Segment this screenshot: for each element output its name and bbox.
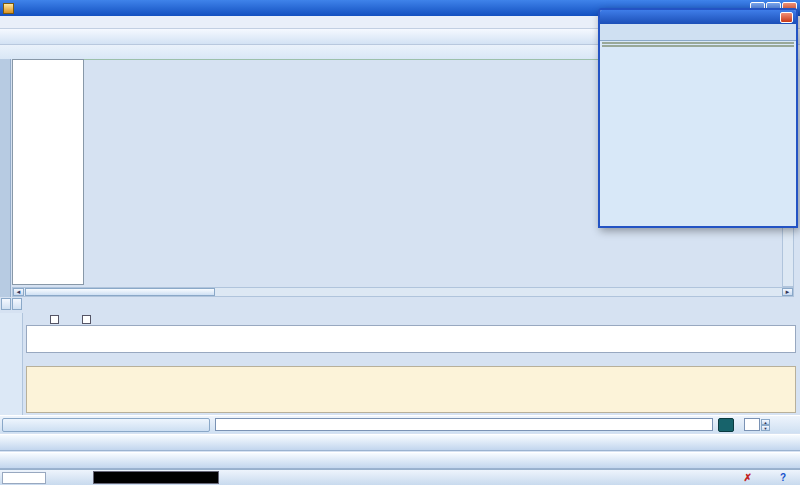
note-checkbox[interactable]	[50, 315, 62, 324]
values-mode-radios	[600, 47, 796, 55]
precision-stepper[interactable]	[744, 418, 760, 431]
current-record-panel	[598, 8, 798, 228]
precision-down-icon[interactable]: ▼	[761, 425, 770, 431]
app-icon	[3, 3, 14, 14]
formula-button[interactable]	[2, 418, 210, 432]
sections-list	[12, 59, 84, 285]
formula-row: ▲▼	[0, 415, 800, 433]
help-button[interactable]: ?	[780, 472, 790, 483]
total-display	[93, 471, 219, 484]
name-field-row	[28, 314, 94, 325]
scroll-left-icon[interactable]: ◄	[13, 288, 24, 296]
current-record-title-bar[interactable]	[600, 10, 796, 24]
works-checkbox-box[interactable]	[82, 315, 91, 324]
hotkey-bar-1	[0, 434, 800, 451]
current-record-tabs	[600, 24, 796, 41]
horizontal-scrollbar-thumb[interactable]	[25, 288, 215, 296]
panel-close-icon[interactable]	[780, 12, 793, 23]
bottom-tab-scroll-icons[interactable]	[794, 300, 798, 302]
works-textarea[interactable]	[26, 366, 796, 413]
horizontal-scrollbar[interactable]: ◄ ►	[12, 287, 794, 297]
name-textarea[interactable]	[26, 325, 796, 353]
time-indicator	[2, 472, 46, 484]
close-x-icon: ✗	[744, 472, 752, 483]
bottom-panel-close-icon[interactable]	[1, 298, 11, 310]
record-properties-grid	[602, 42, 794, 44]
status-bar: ✗ ?	[0, 469, 800, 485]
formula-input[interactable]	[215, 418, 713, 431]
scroll-right-icon[interactable]: ►	[782, 288, 793, 296]
bottom-tab-bar	[24, 297, 776, 313]
note-checkbox-box[interactable]	[50, 315, 59, 324]
calculator-icon[interactable]	[718, 418, 734, 432]
hotkey-bar-2	[0, 452, 800, 469]
bottom-panel-collapse-icon[interactable]	[12, 298, 22, 310]
sections-strip[interactable]	[0, 59, 11, 297]
help-question-icon: ?	[780, 472, 786, 483]
works-checkbox[interactable]	[82, 315, 94, 324]
close-estimate-button[interactable]: ✗	[744, 472, 756, 483]
